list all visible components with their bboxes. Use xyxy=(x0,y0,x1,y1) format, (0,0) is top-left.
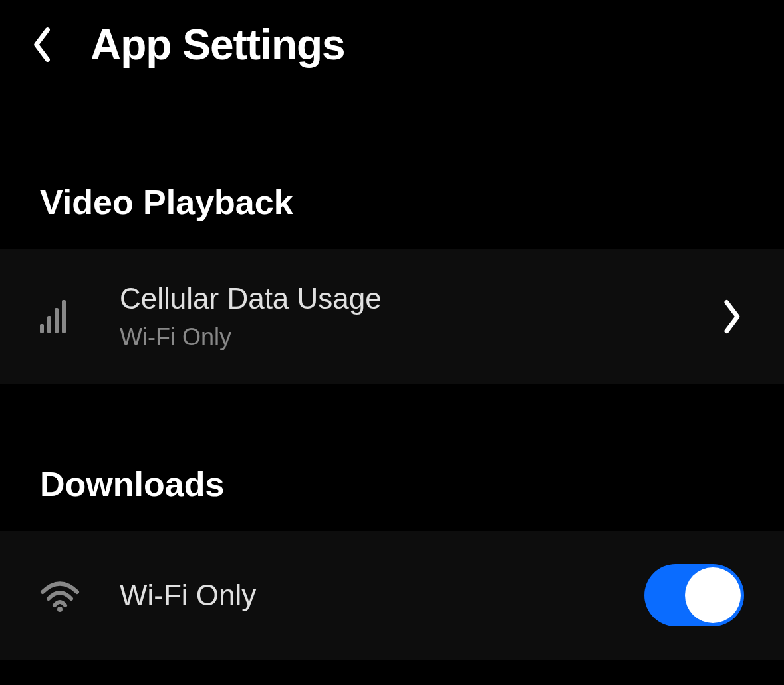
chevron-right-icon xyxy=(720,299,744,335)
signal-icon xyxy=(40,300,80,333)
back-button[interactable] xyxy=(30,26,54,63)
wifi-only-toggle-container xyxy=(644,564,744,626)
section-header-video-playback: Video Playback xyxy=(0,182,784,222)
section-video-playback: Video Playback Cellular Data Usage Wi-Fi… xyxy=(0,182,784,384)
wifi-only-label: Wi-Fi Only xyxy=(120,579,644,612)
wifi-only-row: Wi-Fi Only xyxy=(0,531,784,660)
header: App Settings xyxy=(0,0,784,89)
wifi-only-toggle[interactable] xyxy=(644,564,744,626)
cellular-data-chevron xyxy=(720,299,744,335)
cellular-data-usage-row[interactable]: Cellular Data Usage Wi-Fi Only xyxy=(0,249,784,384)
section-header-downloads: Downloads xyxy=(0,464,784,504)
page-title: App Settings xyxy=(90,20,345,69)
wifi-only-content: Wi-Fi Only xyxy=(120,579,644,612)
wifi-icon xyxy=(40,579,80,612)
toggle-knob xyxy=(685,567,741,623)
cellular-data-value: Wi-Fi Only xyxy=(120,323,720,351)
cellular-data-content: Cellular Data Usage Wi-Fi Only xyxy=(120,282,720,351)
section-downloads: Downloads Wi-Fi Only xyxy=(0,464,784,660)
svg-point-0 xyxy=(57,607,63,612)
cellular-data-label: Cellular Data Usage xyxy=(120,282,720,315)
chevron-left-icon xyxy=(30,26,54,63)
